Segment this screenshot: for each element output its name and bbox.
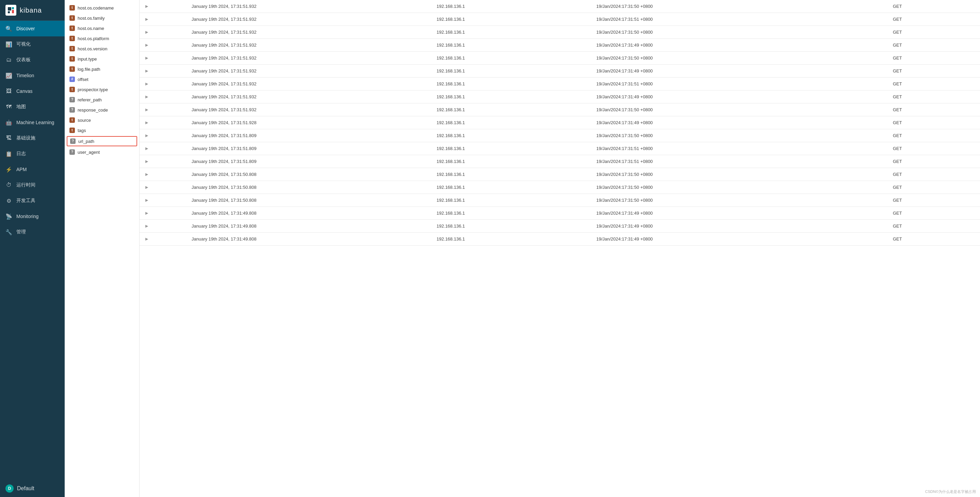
data-panel[interactable]: ▶ January 19th 2024, 17:31:51.932 192.16…: [140, 0, 980, 497]
expand-button[interactable]: ▶: [144, 223, 150, 229]
expand-cell: ▶: [140, 155, 188, 168]
watermark: CSDN©为什么老是名字被占用: [925, 489, 976, 494]
field-name-text: source: [78, 118, 91, 123]
sidebar-item-ml[interactable]: 🤖 Machine Learning: [0, 114, 65, 130]
sidebar-item-monitoring[interactable]: 📡 Monitoring: [0, 208, 65, 224]
field-type-indicator: t: [70, 36, 75, 41]
expand-button[interactable]: ▶: [144, 133, 150, 138]
management-icon: 🔧: [5, 229, 12, 235]
sidebar-item-label-apm: APM: [16, 167, 27, 172]
timestamp-cell: January 19th 2024, 17:31:50.808: [188, 168, 433, 181]
expand-button[interactable]: ▶: [144, 81, 150, 87]
date-cell: 19/Jan/2024:17:31:50 +0800: [592, 181, 889, 194]
table-row: ▶ January 19th 2024, 17:31:49.808 192.16…: [140, 207, 980, 220]
sidebar-item-label-canvas: Canvas: [16, 89, 32, 94]
field-item-user_agent[interactable]: ? user_agent: [65, 147, 139, 157]
visualize-icon: 📊: [5, 41, 12, 48]
field-type-indicator: t: [70, 25, 75, 31]
expand-button[interactable]: ▶: [144, 120, 150, 125]
method-cell: GET: [889, 233, 980, 246]
field-name-text: tags: [78, 128, 86, 133]
table-row: ▶ January 19th 2024, 17:31:51.932 192.16…: [140, 91, 980, 103]
table-row: ▶ January 19th 2024, 17:31:50.808 192.16…: [140, 194, 980, 207]
expand-button[interactable]: ▶: [144, 42, 150, 48]
expand-button[interactable]: ▶: [144, 16, 150, 22]
field-item-host-os-name[interactable]: t host.os.name: [65, 23, 139, 33]
app-name: kibana: [20, 6, 42, 14]
svg-rect-2: [8, 11, 10, 13]
ip-cell: 192.168.136.1: [433, 13, 592, 26]
monitoring-icon: 📡: [5, 213, 12, 220]
sidebar-item-timelion[interactable]: 📈 Timelion: [0, 68, 65, 83]
date-cell: 19/Jan/2024:17:31:51 +0800: [592, 155, 889, 168]
sidebar-item-apm[interactable]: ⚡ APM: [0, 162, 65, 177]
field-item-url_path[interactable]: ? url_path: [67, 136, 137, 146]
sidebar-logo[interactable]: kibana: [0, 0, 65, 21]
expand-button[interactable]: ▶: [144, 3, 150, 9]
field-name-text: input.type: [78, 57, 97, 62]
expand-button[interactable]: ▶: [144, 210, 150, 216]
field-item-host-os-platform[interactable]: t host.os.platform: [65, 33, 139, 44]
svg-rect-0: [8, 7, 11, 11]
sidebar-item-maps[interactable]: 🗺 地图: [0, 99, 65, 114]
sidebar-item-management[interactable]: 🔧 管理: [0, 224, 65, 240]
expand-button[interactable]: ▶: [144, 146, 150, 151]
sidebar-item-visualize[interactable]: 📊 可视化: [0, 37, 65, 52]
ip-cell: 192.168.136.1: [433, 116, 592, 129]
field-item-host-os-codename[interactable]: t host.os.codename: [65, 3, 139, 13]
ip-cell: 192.168.136.1: [433, 220, 592, 233]
field-type-indicator: t: [70, 56, 75, 62]
field-item-offset[interactable]: # offset: [65, 74, 139, 84]
field-item-source[interactable]: t source: [65, 115, 139, 125]
date-cell: 19/Jan/2024:17:31:50 +0800: [592, 26, 889, 39]
field-item-prospector-type[interactable]: t prospector.type: [65, 84, 139, 95]
expand-button[interactable]: ▶: [144, 55, 150, 61]
expand-button[interactable]: ▶: [144, 29, 150, 35]
field-item-log-file-path[interactable]: t log.file.path: [65, 64, 139, 74]
expand-button[interactable]: ▶: [144, 236, 150, 242]
expand-button[interactable]: ▶: [144, 107, 150, 113]
expand-button[interactable]: ▶: [144, 94, 150, 100]
field-type-indicator: t: [70, 46, 75, 51]
expand-button[interactable]: ▶: [144, 184, 150, 190]
sidebar-item-canvas[interactable]: 🖼 Canvas: [0, 83, 65, 99]
method-cell: GET: [889, 65, 980, 78]
expand-button[interactable]: ▶: [144, 68, 150, 74]
date-cell: 19/Jan/2024:17:31:49 +0800: [592, 220, 889, 233]
field-item-referer_path[interactable]: ? referer_path: [65, 95, 139, 105]
expand-button[interactable]: ▶: [144, 159, 150, 164]
field-item-tags[interactable]: t tags: [65, 125, 139, 135]
method-cell: GET: [889, 52, 980, 65]
expand-cell: ▶: [140, 129, 188, 142]
sidebar-item-devtools[interactable]: ⚙ 开发工具: [0, 193, 65, 208]
sidebar-item-dashboard[interactable]: 🗂 仪表板: [0, 52, 65, 68]
ip-cell: 192.168.136.1: [433, 168, 592, 181]
ip-cell: 192.168.136.1: [433, 78, 592, 91]
expand-button[interactable]: ▶: [144, 171, 150, 177]
ip-cell: 192.168.136.1: [433, 129, 592, 142]
date-cell: 19/Jan/2024:17:31:51 +0800: [592, 13, 889, 26]
expand-cell: ▶: [140, 103, 188, 116]
date-cell: 19/Jan/2024:17:31:50 +0800: [592, 168, 889, 181]
method-cell: GET: [889, 129, 980, 142]
expand-cell: ▶: [140, 26, 188, 39]
expand-cell: ▶: [140, 13, 188, 26]
sidebar-item-logs[interactable]: 📋 日志: [0, 146, 65, 162]
field-item-host-os-version[interactable]: t host.os.version: [65, 44, 139, 54]
sidebar-item-label-devtools: 开发工具: [16, 198, 35, 204]
user-avatar-item[interactable]: D Default: [0, 480, 65, 497]
field-item-host-os-family[interactable]: t host.os.family: [65, 13, 139, 23]
method-cell: GET: [889, 116, 980, 129]
sidebar-item-discover[interactable]: 🔍 Discover: [0, 21, 65, 37]
apm-icon: ⚡: [5, 166, 12, 173]
expand-cell: ▶: [140, 65, 188, 78]
method-cell: GET: [889, 207, 980, 220]
sidebar-item-infra[interactable]: 🏗 基础设施: [0, 130, 65, 146]
expand-button[interactable]: ▶: [144, 197, 150, 203]
method-cell: GET: [889, 155, 980, 168]
field-item-input-type[interactable]: t input.type: [65, 54, 139, 64]
expand-cell: ▶: [140, 207, 188, 220]
sidebar-item-uptime[interactable]: ⏱ 运行时间: [0, 177, 65, 193]
field-item-response_code[interactable]: ? response_code: [65, 105, 139, 115]
field-name-text: log.file.path: [78, 67, 100, 72]
